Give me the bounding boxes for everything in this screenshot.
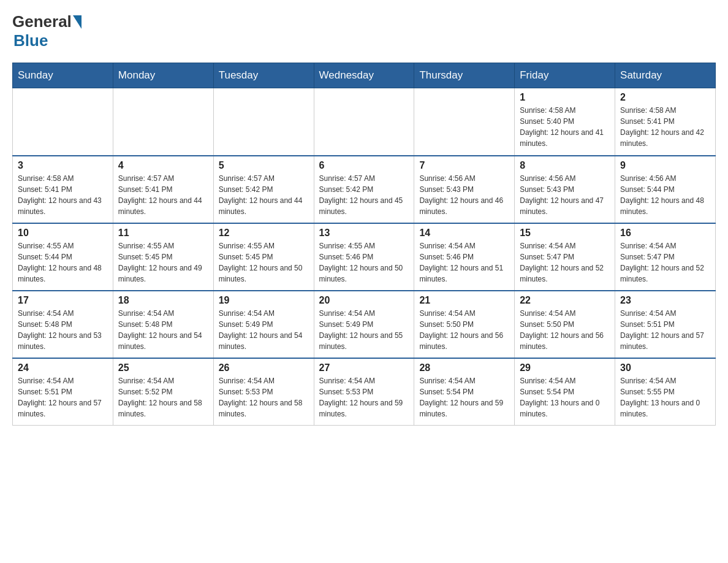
- day-number: 2: [620, 92, 710, 103]
- calendar-cell: 1Sunrise: 4:58 AMSunset: 5:40 PMDaylight…: [515, 88, 615, 156]
- day-number: 16: [620, 228, 710, 239]
- day-info: Sunrise: 4:54 AMSunset: 5:50 PMDaylight:…: [419, 308, 509, 352]
- day-info: Sunrise: 4:56 AMSunset: 5:43 PMDaylight:…: [520, 173, 610, 217]
- day-info: Sunrise: 4:54 AMSunset: 5:48 PMDaylight:…: [18, 308, 108, 352]
- weekday-header-sunday: Sunday: [13, 63, 113, 88]
- calendar-cell: 21Sunrise: 4:54 AMSunset: 5:50 PMDayligh…: [414, 291, 515, 358]
- calendar-week-row: 24Sunrise: 4:54 AMSunset: 5:51 PMDayligh…: [13, 358, 716, 426]
- day-info: Sunrise: 4:54 AMSunset: 5:49 PMDaylight:…: [219, 308, 309, 352]
- day-info: Sunrise: 4:58 AMSunset: 5:41 PMDaylight:…: [620, 105, 710, 149]
- day-info: Sunrise: 4:54 AMSunset: 5:50 PMDaylight:…: [520, 308, 610, 352]
- day-number: 23: [620, 295, 710, 306]
- weekday-header-wednesday: Wednesday: [314, 63, 414, 88]
- calendar-cell: 3Sunrise: 4:58 AMSunset: 5:41 PMDaylight…: [13, 156, 113, 223]
- day-number: 30: [620, 362, 710, 373]
- day-info: Sunrise: 4:55 AMSunset: 5:46 PMDaylight:…: [319, 240, 409, 285]
- day-number: 8: [520, 160, 610, 171]
- calendar-cell: [314, 88, 414, 156]
- day-number: 20: [319, 295, 409, 306]
- day-info: Sunrise: 4:56 AMSunset: 5:43 PMDaylight:…: [419, 173, 509, 217]
- calendar-cell: 20Sunrise: 4:54 AMSunset: 5:49 PMDayligh…: [314, 291, 414, 358]
- day-number: 10: [18, 228, 108, 239]
- day-number: 24: [18, 362, 108, 373]
- day-number: 3: [18, 160, 108, 171]
- day-number: 26: [219, 362, 309, 373]
- calendar-cell: 18Sunrise: 4:54 AMSunset: 5:48 PMDayligh…: [113, 291, 213, 358]
- day-info: Sunrise: 4:54 AMSunset: 5:54 PMDaylight:…: [520, 375, 610, 419]
- day-info: Sunrise: 4:57 AMSunset: 5:42 PMDaylight:…: [219, 173, 309, 217]
- day-info: Sunrise: 4:54 AMSunset: 5:51 PMDaylight:…: [18, 375, 108, 419]
- day-number: 7: [419, 160, 509, 171]
- calendar-cell: 25Sunrise: 4:54 AMSunset: 5:52 PMDayligh…: [113, 358, 213, 426]
- day-number: 13: [319, 228, 409, 239]
- calendar-cell: 10Sunrise: 4:55 AMSunset: 5:44 PMDayligh…: [13, 223, 113, 291]
- calendar-cell: 6Sunrise: 4:57 AMSunset: 5:42 PMDaylight…: [314, 156, 414, 223]
- calendar-cell: 28Sunrise: 4:54 AMSunset: 5:54 PMDayligh…: [414, 358, 515, 426]
- day-info: Sunrise: 4:58 AMSunset: 5:40 PMDaylight:…: [520, 105, 610, 149]
- calendar-cell: [414, 88, 515, 156]
- calendar-cell: [213, 88, 314, 156]
- weekday-header-monday: Monday: [113, 63, 213, 88]
- calendar-cell: 16Sunrise: 4:54 AMSunset: 5:47 PMDayligh…: [615, 223, 716, 291]
- day-number: 6: [319, 160, 409, 171]
- calendar-cell: 29Sunrise: 4:54 AMSunset: 5:54 PMDayligh…: [515, 358, 615, 426]
- calendar-cell: 24Sunrise: 4:54 AMSunset: 5:51 PMDayligh…: [13, 358, 113, 426]
- weekday-header-tuesday: Tuesday: [213, 63, 314, 88]
- weekday-header-saturday: Saturday: [615, 63, 716, 88]
- calendar-week-row: 10Sunrise: 4:55 AMSunset: 5:44 PMDayligh…: [13, 223, 716, 291]
- day-info: Sunrise: 4:54 AMSunset: 5:54 PMDaylight:…: [419, 375, 509, 419]
- day-number: 14: [419, 228, 509, 239]
- logo-triangle-icon: [73, 15, 82, 29]
- calendar-cell: 7Sunrise: 4:56 AMSunset: 5:43 PMDaylight…: [414, 156, 515, 223]
- calendar-table: SundayMondayTuesdayWednesdayThursdayFrid…: [12, 63, 716, 426]
- day-number: 29: [520, 362, 610, 373]
- day-number: 11: [118, 228, 208, 239]
- day-number: 9: [620, 160, 710, 171]
- day-info: Sunrise: 4:54 AMSunset: 5:52 PMDaylight:…: [118, 375, 208, 419]
- calendar-cell: 14Sunrise: 4:54 AMSunset: 5:46 PMDayligh…: [414, 223, 515, 291]
- day-number: 18: [118, 295, 208, 306]
- day-info: Sunrise: 4:58 AMSunset: 5:41 PMDaylight:…: [18, 173, 108, 217]
- weekday-header-thursday: Thursday: [414, 63, 515, 88]
- calendar-cell: 13Sunrise: 4:55 AMSunset: 5:46 PMDayligh…: [314, 223, 414, 291]
- calendar-cell: 19Sunrise: 4:54 AMSunset: 5:49 PMDayligh…: [213, 291, 314, 358]
- weekday-header-friday: Friday: [515, 63, 615, 88]
- day-number: 25: [118, 362, 208, 373]
- day-info: Sunrise: 4:55 AMSunset: 5:44 PMDaylight:…: [18, 240, 108, 285]
- calendar-cell: 23Sunrise: 4:54 AMSunset: 5:51 PMDayligh…: [615, 291, 716, 358]
- calendar-cell: 22Sunrise: 4:54 AMSunset: 5:50 PMDayligh…: [515, 291, 615, 358]
- weekday-header-row: SundayMondayTuesdayWednesdayThursdayFrid…: [13, 63, 716, 88]
- calendar-week-row: 1Sunrise: 4:58 AMSunset: 5:40 PMDaylight…: [13, 88, 716, 156]
- calendar-cell: 30Sunrise: 4:54 AMSunset: 5:55 PMDayligh…: [615, 358, 716, 426]
- calendar-cell: 2Sunrise: 4:58 AMSunset: 5:41 PMDaylight…: [615, 88, 716, 156]
- day-info: Sunrise: 4:54 AMSunset: 5:47 PMDaylight:…: [520, 240, 610, 285]
- day-number: 5: [219, 160, 309, 171]
- day-info: Sunrise: 4:54 AMSunset: 5:46 PMDaylight:…: [419, 240, 509, 285]
- day-number: 21: [419, 295, 509, 306]
- day-info: Sunrise: 4:55 AMSunset: 5:45 PMDaylight:…: [219, 240, 309, 285]
- logo-blue-text: Blue: [13, 31, 82, 50]
- calendar-week-row: 17Sunrise: 4:54 AMSunset: 5:48 PMDayligh…: [13, 291, 716, 358]
- logo: General Blue: [12, 12, 82, 50]
- calendar-cell: 27Sunrise: 4:54 AMSunset: 5:53 PMDayligh…: [314, 358, 414, 426]
- day-info: Sunrise: 4:54 AMSunset: 5:55 PMDaylight:…: [620, 375, 710, 419]
- calendar-cell: 8Sunrise: 4:56 AMSunset: 5:43 PMDaylight…: [515, 156, 615, 223]
- calendar-cell: 4Sunrise: 4:57 AMSunset: 5:41 PMDaylight…: [113, 156, 213, 223]
- day-number: 27: [319, 362, 409, 373]
- day-info: Sunrise: 4:54 AMSunset: 5:47 PMDaylight:…: [620, 240, 710, 285]
- calendar-cell: 9Sunrise: 4:56 AMSunset: 5:44 PMDaylight…: [615, 156, 716, 223]
- calendar-cell: [13, 88, 113, 156]
- day-info: Sunrise: 4:57 AMSunset: 5:41 PMDaylight:…: [118, 173, 208, 217]
- calendar-week-row: 3Sunrise: 4:58 AMSunset: 5:41 PMDaylight…: [13, 156, 716, 223]
- day-number: 28: [419, 362, 509, 373]
- day-number: 22: [520, 295, 610, 306]
- day-info: Sunrise: 4:54 AMSunset: 5:53 PMDaylight:…: [319, 375, 409, 419]
- logo-general-text: General: [12, 12, 72, 31]
- day-info: Sunrise: 4:54 AMSunset: 5:53 PMDaylight:…: [219, 375, 309, 419]
- day-info: Sunrise: 4:54 AMSunset: 5:48 PMDaylight:…: [118, 308, 208, 352]
- day-info: Sunrise: 4:57 AMSunset: 5:42 PMDaylight:…: [319, 173, 409, 217]
- day-number: 15: [520, 228, 610, 239]
- calendar-cell: 17Sunrise: 4:54 AMSunset: 5:48 PMDayligh…: [13, 291, 113, 358]
- calendar-cell: 15Sunrise: 4:54 AMSunset: 5:47 PMDayligh…: [515, 223, 615, 291]
- day-number: 19: [219, 295, 309, 306]
